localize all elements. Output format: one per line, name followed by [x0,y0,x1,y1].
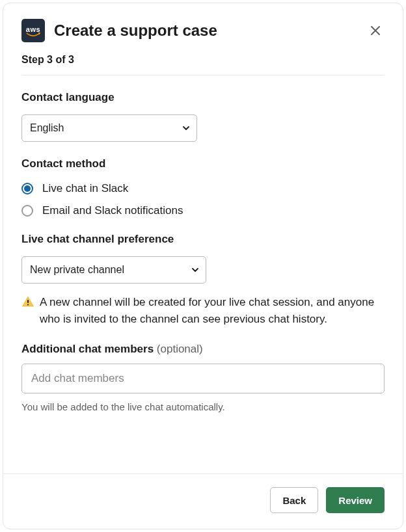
warning-text: A new channel will be created for your l… [40,294,385,327]
divider [21,75,385,75]
review-button[interactable]: Review [326,487,385,513]
radio-dot [24,185,31,192]
contact-method-radio-group: Live chat in Slack Email and Slack notif… [21,182,385,217]
modal-header: aws Create a support case [21,19,385,42]
close-button[interactable] [366,21,385,40]
modal-footer: Back Review [3,473,403,529]
radio-live-chat[interactable]: Live chat in Slack [21,182,385,195]
radio-label: Live chat in Slack [42,182,128,195]
radio-email-slack[interactable]: Email and Slack notifications [21,204,385,217]
contact-language-select[interactable]: English [21,114,197,142]
contact-method-label: Contact method [21,157,385,170]
channel-preference-select-wrap: New private channel [21,256,206,284]
step-indicator: Step 3 of 3 [21,54,385,66]
create-support-case-modal: aws Create a support case Step 3 of 3 Co… [3,3,403,529]
back-button[interactable]: Back [270,487,318,513]
modal-title: Create a support case [54,21,357,40]
additional-members-label: Additional chat members (optional) [21,343,385,356]
modal-body: aws Create a support case Step 3 of 3 Co… [3,3,403,458]
aws-logo-icon: aws [21,19,45,42]
additional-members-label-text: Additional chat members [21,343,154,355]
channel-preference-label: Live chat channel preference [21,233,385,246]
radio-indicator [21,205,33,217]
channel-warning: A new channel will be created for your l… [21,294,385,327]
optional-hint: (optional) [157,343,203,355]
svg-rect-0 [27,300,29,303]
contact-language-label: Contact language [21,91,385,104]
chat-members-input[interactable] [21,364,385,393]
svg-point-1 [27,304,29,305]
radio-label: Email and Slack notifications [42,204,183,217]
members-helper-text: You will be added to the live chat autom… [21,401,385,412]
contact-language-select-wrap: English [21,114,197,142]
warning-icon [21,295,34,308]
channel-preference-select[interactable]: New private channel [21,256,206,284]
close-icon [369,24,382,37]
aws-smile-icon [26,32,40,38]
radio-indicator [21,183,33,194]
